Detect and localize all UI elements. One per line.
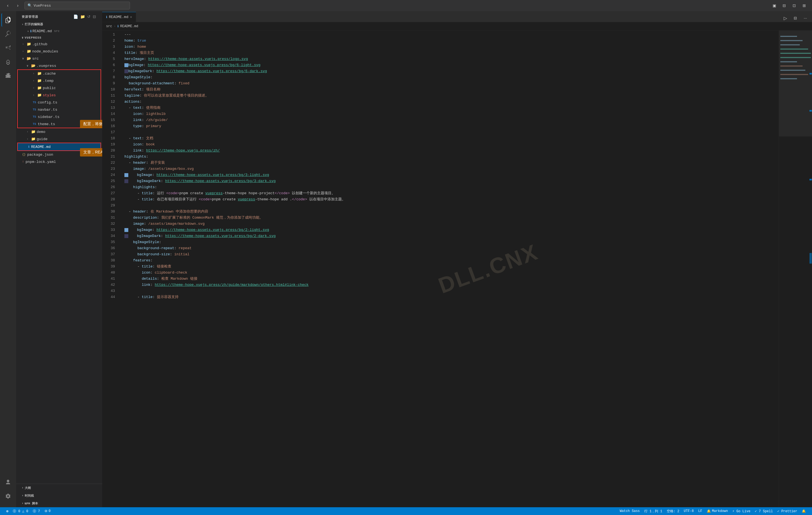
activity-explorer[interactable] xyxy=(1,13,15,27)
tree-item-navbar-ts[interactable]: TS navbar.ts xyxy=(18,106,100,113)
project-name: VUEPRESS xyxy=(25,36,42,39)
tree-item-styles[interactable]: › 📁 styles xyxy=(18,92,100,99)
collapse-all-button[interactable]: ⊟ xyxy=(92,14,97,20)
tree-item-public[interactable]: › 📁 public xyxy=(18,84,100,92)
ts-badge: TS xyxy=(33,108,36,111)
open-editors-header[interactable]: › 打开的编辑器 xyxy=(16,21,102,28)
npm-scripts-section[interactable]: › NPM 脚本 xyxy=(16,499,102,507)
vuepress-label: .vuepress xyxy=(37,64,56,68)
code-line-6: bgImage: https://theme-hope-assets.vuejs… xyxy=(124,62,779,68)
close-icon[interactable]: ✕ xyxy=(27,29,29,33)
open-file-readme[interactable]: ✕ ℹ README.md src xyxy=(16,28,102,35)
status-warnings[interactable]: ⓪ 7 xyxy=(31,507,42,515)
layout-button-1[interactable]: ▣ xyxy=(770,2,779,9)
tree-item-src[interactable]: ∨ 📂 src xyxy=(16,55,102,62)
node-modules-label: node_modules xyxy=(32,50,58,54)
status-language[interactable]: 🔔 Markdown xyxy=(704,507,730,515)
layout-button-3[interactable]: ⊡ xyxy=(790,2,799,9)
search-bar[interactable]: 🔍 VuePress xyxy=(24,2,130,9)
chevron-right-icon: › xyxy=(27,130,30,133)
vuepress-project-header[interactable]: ∨ VUEPRESS xyxy=(16,35,102,40)
breadcrumb-readme[interactable]: README.md xyxy=(120,24,138,28)
tree-item-pnpm-lock[interactable]: ! pnpm-lock.yaml xyxy=(16,158,102,165)
status-watch-sass[interactable]: Watch Sass xyxy=(618,507,642,515)
config-ts-label: config.ts xyxy=(38,100,57,104)
activity-account[interactable] xyxy=(1,476,15,489)
demo-label: demo xyxy=(37,130,45,134)
tree-item-config-ts[interactable]: TS config.ts xyxy=(18,99,100,106)
activity-run-debug[interactable] xyxy=(1,55,15,68)
line-num: 26 xyxy=(102,184,115,190)
new-file-button[interactable]: 📄 xyxy=(73,14,79,20)
sidebar-title: 资源管理器 📄 📁 ↺ ⊟ xyxy=(16,11,102,21)
tree-item-github[interactable]: › 📁 .github xyxy=(16,40,102,48)
line-num: 3 xyxy=(102,44,115,50)
sidebar-toolbar: 📄 📁 ↺ ⊟ xyxy=(73,14,97,20)
activity-search[interactable] xyxy=(1,27,15,40)
refresh-button[interactable]: ↺ xyxy=(87,14,91,20)
line-numbers: 1 2 3 4 5 6 7 8 9 10 11 12 13 14 15 16 1 xyxy=(102,31,119,507)
split-editor-button[interactable]: ⊟ xyxy=(791,14,800,22)
line-num: 7 xyxy=(102,68,115,74)
tree-item-cache[interactable]: › 📁 .cache xyxy=(18,70,100,77)
layout-button-4[interactable]: ⊞ xyxy=(800,2,809,9)
layout-button-2[interactable]: ⊟ xyxy=(780,2,789,9)
code-line-26: highlights: xyxy=(124,184,779,190)
line-num: 37 xyxy=(102,251,115,258)
folder-icon: 📁 xyxy=(31,129,35,134)
tree-item-guide[interactable]: › 📁 guide xyxy=(16,135,102,143)
code-line-1: --- xyxy=(124,32,779,38)
tree-item-sidebar-ts[interactable]: TS sidebar.ts xyxy=(18,113,100,120)
breadcrumb-src[interactable]: src xyxy=(106,24,112,28)
code-line-5: heroImage: https://theme-hope-assets.vue… xyxy=(124,56,779,62)
line-num: 27 xyxy=(102,190,115,196)
line-num: 8 xyxy=(102,74,115,81)
line-num: 25 xyxy=(102,178,115,184)
breadcrumb-icon: ℹ xyxy=(117,24,119,28)
status-spaces[interactable]: 空格: 2 xyxy=(665,507,682,515)
tree-item-vuepress[interactable]: ∨ 📂 .vuepress xyxy=(16,62,102,69)
status-notifications[interactable]: 🔔 xyxy=(800,507,808,515)
spaces-label: 空格: 2 xyxy=(667,509,679,514)
tab-readme[interactable]: ℹ README.md ✕ xyxy=(102,12,136,22)
status-bar: ⊗ ⓪ 0 △ 0 ⓪ 7 ⑩ 0 Watch Sass 行 1，列 1 空格:… xyxy=(0,507,812,515)
activity-settings[interactable] xyxy=(1,489,15,503)
back-button[interactable]: ‹ xyxy=(3,2,12,9)
code-line-40: icon: clipboard-check xyxy=(124,270,779,276)
forward-button[interactable]: › xyxy=(13,2,22,9)
status-errors[interactable]: ⓪ 0 △ 0 xyxy=(10,507,30,515)
tab-close-button[interactable]: ✕ xyxy=(130,15,132,19)
status-remote[interactable]: ⑩ 0 xyxy=(42,507,53,515)
status-spell[interactable]: ✓ 7 Spell xyxy=(753,507,775,515)
line-num: 22 xyxy=(102,160,115,166)
line-num: 38 xyxy=(102,258,115,264)
language-label: Markdown xyxy=(712,509,728,513)
outline-section[interactable]: › 大纲 xyxy=(16,484,102,492)
line-num: 30 xyxy=(102,209,115,215)
warn-badge: ! xyxy=(22,160,24,163)
timeline-section[interactable]: › 时间线 xyxy=(16,492,102,499)
activity-extensions[interactable] xyxy=(1,69,15,82)
status-prettier[interactable]: ✓ Prettier xyxy=(775,507,800,515)
activity-bar xyxy=(0,11,16,507)
code-content[interactable]: --- home: true icon: home title: 项目主页 he… xyxy=(119,31,779,507)
tree-item-demo[interactable]: › 📁 demo xyxy=(16,128,102,135)
position-label: 行 1，列 1 xyxy=(644,509,662,514)
more-actions-button[interactable]: ··· xyxy=(801,14,810,22)
line-num: 11 xyxy=(102,93,115,99)
status-go-live[interactable]: ⚡ Go Live xyxy=(730,507,753,515)
code-line-29 xyxy=(124,203,779,209)
chevron-right-icon: › xyxy=(22,486,24,489)
new-folder-button[interactable]: 📁 xyxy=(80,14,86,20)
tree-item-temp[interactable]: › 📁 .temp xyxy=(18,77,100,84)
open-file-name: README.md xyxy=(32,29,52,33)
tree-item-node-modules[interactable]: › 📁 node_modules xyxy=(16,48,102,55)
status-position[interactable]: 行 1，列 1 xyxy=(642,507,665,515)
chevron-down-icon: ∨ xyxy=(27,64,30,67)
status-encoding[interactable]: UTF-8 xyxy=(682,507,696,515)
status-git-icon[interactable]: ⊗ xyxy=(4,507,10,515)
activity-source-control[interactable] xyxy=(1,41,15,54)
status-line-ending[interactable]: LF xyxy=(696,507,704,515)
run-button[interactable]: ▷ xyxy=(781,14,790,22)
line-num: 18 xyxy=(102,135,115,142)
